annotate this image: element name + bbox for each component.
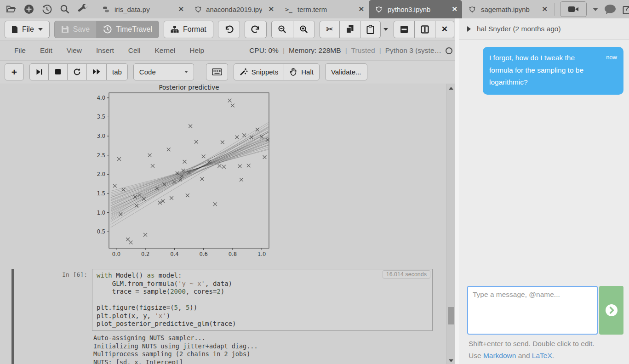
- menu-file[interactable]: File: [14, 46, 26, 55]
- separator: |: [379, 46, 381, 55]
- close-icon[interactable]: ✕: [265, 5, 274, 13]
- cell-type-select[interactable]: Code: [133, 63, 194, 80]
- chat-history-header[interactable]: ħal Snyder (2 months ago): [459, 18, 629, 40]
- terminal-icon: >_: [283, 4, 294, 15]
- run-cell-button[interactable]: [29, 63, 49, 80]
- zoom-out-icon: [278, 25, 287, 34]
- close-icon[interactable]: ✕: [175, 5, 184, 13]
- stop-button[interactable]: [48, 63, 68, 80]
- menu-cell[interactable]: Cell: [128, 46, 141, 55]
- zoom-in-button[interactable]: [293, 21, 315, 38]
- panel-divider[interactable]: [455, 18, 459, 364]
- expand-triangle-icon[interactable]: [467, 26, 471, 32]
- cut-button[interactable]: ✂: [320, 21, 340, 38]
- svg-text:1.0: 1.0: [257, 251, 266, 257]
- chat-bubble-icon[interactable]: [604, 4, 616, 15]
- scissors-icon: ✂: [326, 25, 333, 34]
- svg-text:3.0: 3.0: [97, 133, 105, 139]
- sitemap-icon: [171, 25, 179, 33]
- insert-cell-button[interactable]: +: [5, 63, 24, 80]
- cell-output-figure: 0.00.20.40.60.81.00.51.01.52.02.53.03.54…: [86, 84, 275, 264]
- plus-circle-icon[interactable]: [23, 4, 34, 15]
- tab-label: anaconda2019.ipynb: [206, 6, 262, 13]
- split-horizontal-button[interactable]: [394, 21, 415, 38]
- split-vertical-icon: [421, 25, 429, 34]
- search-icon[interactable]: [59, 4, 70, 15]
- latex-link[interactable]: LaTeX: [532, 352, 552, 359]
- output-line: NUTS: [sd, x, Intercept]: [93, 358, 434, 364]
- clipboard-group: ✂: [320, 21, 381, 38]
- svg-text:2.0: 2.0: [97, 171, 105, 177]
- restart-icon: [73, 68, 81, 76]
- svg-text:1.0: 1.0: [97, 210, 105, 216]
- keyboard-shortcuts-button[interactable]: [206, 63, 228, 80]
- copy-button[interactable]: [339, 21, 360, 38]
- menu-help[interactable]: Help: [189, 46, 204, 55]
- split-horizontal-icon: [400, 25, 408, 34]
- zoom-out-button[interactable]: [271, 21, 293, 38]
- scrollbar-thumb[interactable]: [448, 307, 454, 324]
- folder-open-icon[interactable]: [6, 4, 17, 15]
- separator: |: [345, 46, 347, 55]
- tab-sagemath[interactable]: sagemath.ipynb ✕: [462, 0, 552, 18]
- restart-kernel-button[interactable]: [67, 63, 87, 80]
- close-icon[interactable]: ✕: [539, 5, 548, 13]
- halt-button[interactable]: Halt: [284, 63, 320, 80]
- save-button[interactable]: Save: [54, 21, 97, 38]
- run-all-button[interactable]: [86, 63, 107, 80]
- format-button[interactable]: Format: [164, 21, 213, 38]
- caret-down-icon[interactable]: [593, 8, 598, 11]
- timetravel-history-icon: [103, 25, 112, 34]
- fast-forward-icon: [92, 68, 101, 75]
- share-icon[interactable]: [622, 4, 629, 15]
- split-vertical-button[interactable]: [414, 21, 435, 38]
- tab-python3-active[interactable]: python3.ipynb ✕: [369, 0, 462, 18]
- help-period: .: [552, 352, 554, 359]
- timetravel-button[interactable]: TimeTravel: [96, 21, 159, 38]
- cell-output-log: Auto-assigning NUTS sampler...Initializi…: [93, 334, 434, 364]
- timetravel-label: TimeTravel: [116, 25, 152, 34]
- chat-message-bubble[interactable]: now I forgot, how do I tweak the formula…: [483, 47, 623, 95]
- close-icon[interactable]: ✕: [449, 5, 457, 13]
- tabbar-right-actions: [560, 1, 629, 17]
- tab-anaconda2019[interactable]: anaconda2019.ipynb ✕: [189, 0, 279, 18]
- kernel-name[interactable]: Python 3 (syste…: [385, 46, 441, 55]
- close-icon[interactable]: ✕: [355, 5, 364, 13]
- svg-text:1.5: 1.5: [97, 190, 105, 197]
- notebook-scrollbar[interactable]: [446, 84, 455, 364]
- menu-view[interactable]: View: [67, 46, 82, 55]
- snippets-button[interactable]: Snippets: [234, 63, 284, 80]
- scroll-up-arrow-icon[interactable]: [449, 87, 453, 90]
- memory-usage: Memory: 228MB: [289, 46, 341, 55]
- scroll-down-arrow-icon[interactable]: [449, 359, 453, 362]
- selected-cell-indicator: [11, 269, 14, 364]
- video-chat-button[interactable]: [560, 1, 587, 17]
- zoom-group: [271, 21, 315, 38]
- svg-text:4.0: 4.0: [97, 95, 105, 101]
- close-frame-button[interactable]: ✕: [435, 21, 454, 38]
- validate-button[interactable]: Validate...: [325, 63, 367, 80]
- chat-message-input[interactable]: [467, 286, 598, 335]
- history-icon[interactable]: [41, 4, 52, 15]
- zoom-in-icon: [299, 25, 309, 34]
- menu-insert[interactable]: Insert: [96, 46, 114, 55]
- menu-kernel[interactable]: Kernel: [155, 46, 176, 55]
- file-menu-button[interactable]: File: [5, 21, 50, 38]
- undo-button[interactable]: [218, 21, 240, 38]
- redo-button[interactable]: [245, 21, 267, 38]
- wrench-icon[interactable]: [77, 4, 88, 15]
- more-options-caret-icon[interactable]: [383, 28, 388, 31]
- menu-edit[interactable]: Edit: [40, 46, 52, 55]
- magic-wand-icon: [240, 68, 248, 76]
- markdown-link[interactable]: Markdown: [483, 352, 516, 359]
- tab-term[interactable]: >_ term.term ✕: [279, 0, 369, 18]
- send-message-button[interactable]: [599, 286, 623, 335]
- python-file-icon: [100, 4, 111, 15]
- tab-complete-button[interactable]: tab: [106, 63, 128, 80]
- cell-code-editor[interactable]: 16.014 seconds with Model() as model: GL…: [92, 269, 433, 331]
- send-chevron-icon: [605, 304, 618, 317]
- tab-iris-data[interactable]: iris_data.py ✕: [96, 0, 189, 18]
- paste-button[interactable]: [360, 21, 381, 38]
- code-line: with Model() as model:: [97, 272, 428, 280]
- svg-text:Posterior predictive: Posterior predictive: [159, 84, 219, 91]
